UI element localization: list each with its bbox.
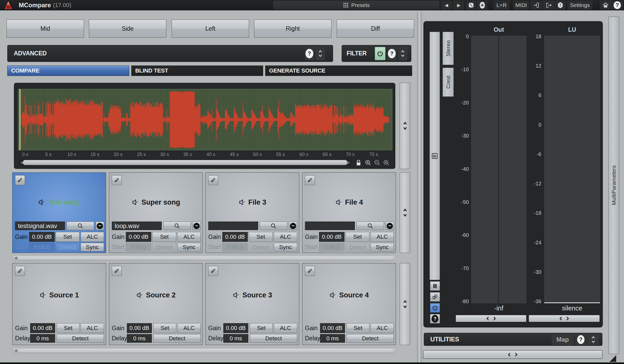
file-card-test-song[interactable]: Test song testsignal.wav − Gain 0.00 dB … <box>12 172 106 253</box>
source-card-4[interactable]: Source 4 Gain 0.00 dB Set ALC Delay 0 ms… <box>302 263 396 345</box>
help-button[interactable]: ? <box>612 1 623 10</box>
advanced-collapse-button[interactable] <box>316 47 325 60</box>
file-path-field[interactable] <box>208 222 258 230</box>
file-card-file-3[interactable]: File 3 − Gain 0.00 dB Set ALC Start 0:00… <box>205 172 299 253</box>
remove-file-button[interactable]: − <box>289 222 297 230</box>
alc-button[interactable]: ALC <box>274 232 297 242</box>
midi-button[interactable]: MIDI <box>513 1 529 10</box>
edit-name-button[interactable] <box>305 175 315 185</box>
alc-button[interactable]: ALC <box>81 232 104 242</box>
scroll-left-icon[interactable]: ◀ <box>20 159 23 166</box>
file-row-resize-handle[interactable] <box>400 172 410 253</box>
sync-button[interactable]: Sync <box>177 243 201 251</box>
delay-value-field[interactable]: 0 ms <box>127 334 152 343</box>
map-button[interactable]: Map <box>552 334 574 345</box>
delay-value-field[interactable]: 0 ms <box>30 334 55 343</box>
set-gain-button[interactable]: Set <box>153 323 176 333</box>
file-card-file-4[interactable]: File 4 − Gain 0.00 dB Set ALC Start 0:00… <box>302 172 396 253</box>
scroll-left-icon[interactable]: ◀ <box>14 255 17 261</box>
meter-pause-button[interactable] <box>430 281 440 291</box>
utilities-section-bar[interactable]: UTILITIES Map ? <box>424 333 602 346</box>
set-gain-button[interactable]: Set <box>56 232 80 242</box>
utilities-collapse-button[interactable] <box>588 334 599 345</box>
set-gain-button[interactable]: Set <box>346 232 369 242</box>
source-row-scrollbar[interactable]: ◀ <box>12 348 396 353</box>
source-row-scrollbar-thumb[interactable] <box>18 348 394 353</box>
browse-file-button[interactable] <box>356 222 384 230</box>
sync-button[interactable]: Sync <box>81 243 104 251</box>
out-meter-right-column[interactable] <box>499 36 526 303</box>
set-gain-button[interactable]: Set <box>347 323 369 333</box>
home-button[interactable] <box>600 1 611 10</box>
meter-routing-button[interactable] <box>430 292 440 302</box>
waveform-scrollbar[interactable]: ◀ ▶ <box>19 159 352 166</box>
filter-help-button[interactable]: ? <box>387 47 396 60</box>
source-card-1[interactable]: Source 1 Gain 0.00 dB Set ALC Delay 0 ms… <box>12 263 106 345</box>
gain-value-field[interactable]: 0.00 dB <box>30 323 55 333</box>
remove-file-button[interactable]: − <box>192 222 201 230</box>
lu-meter-range-slider[interactable] <box>529 315 600 322</box>
edit-name-button[interactable] <box>208 266 218 276</box>
advanced-help-button[interactable]: ? <box>305 47 314 60</box>
out-meter-range-slider[interactable] <box>456 315 526 322</box>
file-path-field[interactable]: loop.wav <box>112 222 162 230</box>
alc-button[interactable]: ALC <box>370 323 394 333</box>
zoom-in-icon[interactable] <box>365 159 372 166</box>
source-title[interactable]: Source 1 <box>12 290 106 300</box>
edit-name-button[interactable] <box>305 266 315 276</box>
gain-value-field[interactable]: 0.00 dB <box>222 232 248 242</box>
gain-value-field[interactable]: 0.00 dB <box>320 323 345 333</box>
set-gain-button[interactable]: Set <box>249 232 273 242</box>
source-row-resize-handle[interactable] <box>400 263 410 345</box>
gain-value-field[interactable]: 0.00 dB <box>223 323 248 333</box>
alc-button[interactable]: ALC <box>177 323 201 333</box>
scroll-left-icon[interactable]: ◀ <box>14 348 17 353</box>
edit-name-button[interactable] <box>208 175 218 185</box>
detect-button[interactable]: Detect <box>250 334 297 343</box>
remove-file-button[interactable]: − <box>386 222 394 230</box>
waveform-resize-handle[interactable] <box>400 83 410 169</box>
alc-button[interactable]: ALC <box>81 323 104 333</box>
gain-value-field[interactable]: 0.00 dB <box>29 232 55 242</box>
filter-collapse-button[interactable] <box>398 47 407 60</box>
remove-file-button[interactable]: − <box>96 222 104 230</box>
channel-button-left[interactable]: Left <box>172 20 249 38</box>
settings-button[interactable]: Settings <box>567 1 593 10</box>
export-settings-button[interactable] <box>543 1 554 10</box>
detect-button[interactable]: Detect <box>153 334 201 343</box>
edit-name-button[interactable] <box>15 175 25 185</box>
advanced-section-bar[interactable]: ADVANCED ? <box>7 45 333 62</box>
file-title[interactable]: File 3 <box>206 197 299 207</box>
zoom-reset-icon[interactable] <box>383 159 390 166</box>
sync-button[interactable]: Sync <box>274 243 297 251</box>
add-button[interactable] <box>477 1 487 10</box>
set-gain-button[interactable]: Set <box>250 323 273 333</box>
detect-button[interactable]: Detect <box>57 334 104 343</box>
channel-button-side[interactable]: Side <box>89 20 166 38</box>
gain-value-field[interactable]: 0.00 dB <box>319 232 344 242</box>
filter-section-bar[interactable]: FILTER ? <box>342 45 411 62</box>
detect-button[interactable]: Detect <box>347 334 394 343</box>
lu-meter-column[interactable] <box>544 36 600 303</box>
set-gain-button[interactable]: Set <box>57 323 80 333</box>
waveform-scrollbar-thumb[interactable] <box>23 160 347 165</box>
info-button[interactable]: ! <box>555 1 566 10</box>
previous-preset-button[interactable]: ◀ <box>441 1 452 10</box>
file-path-field[interactable] <box>305 222 355 230</box>
source-card-2[interactable]: Source 2 Gain 0.00 dB Set ALC Delay 0 ms… <box>109 263 203 345</box>
zoom-out-icon[interactable] <box>374 159 381 166</box>
file-row-scrollbar-thumb[interactable] <box>18 256 394 260</box>
meter-tab-crest[interactable]: Crest <box>443 68 454 97</box>
delay-value-field[interactable]: 0 ms <box>320 334 345 343</box>
sync-button[interactable]: Sync <box>370 243 394 251</box>
multiparameters-panel-tab[interactable]: MultiParameters <box>608 17 619 354</box>
filter-power-button[interactable] <box>375 47 386 60</box>
lock-icon[interactable] <box>356 160 361 166</box>
tab-compare[interactable]: COMPARE <box>7 66 129 76</box>
gain-value-field[interactable]: 0.00 dB <box>126 232 151 242</box>
panel-width-slider[interactable] <box>423 350 602 359</box>
file-title[interactable]: Test song <box>12 197 106 207</box>
randomize-button[interactable] <box>466 1 476 10</box>
browse-file-button[interactable] <box>67 222 94 230</box>
file-card-super-song[interactable]: Super song loop.wav − Gain 0.00 dB Set A… <box>109 172 203 253</box>
